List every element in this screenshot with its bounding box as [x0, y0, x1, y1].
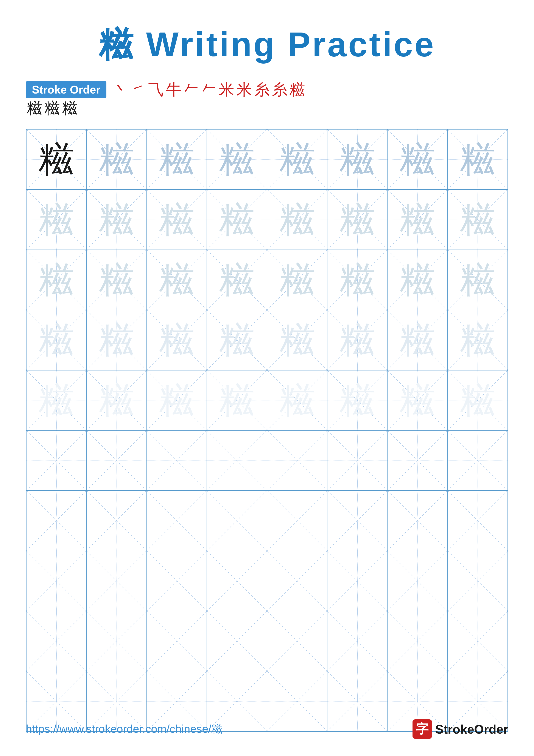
- svg-line-83: [87, 431, 146, 490]
- stroke-chars-row1: 丶 ㇀ ⺄ 牛 𠂉 𠂉 米 米 糸 糸 糍: [113, 82, 305, 97]
- svg-line-107: [327, 491, 387, 551]
- svg-line-99: [87, 491, 146, 551]
- grid-cell[interactable]: [87, 430, 146, 491]
- grid-cell[interactable]: [26, 430, 87, 491]
- grid-cell[interactable]: [327, 611, 387, 671]
- grid-cell[interactable]: [327, 430, 387, 491]
- grid-cell[interactable]: 糍: [387, 310, 447, 370]
- grid-cell[interactable]: 糍: [26, 310, 87, 370]
- svg-line-96: [27, 491, 86, 551]
- grid-cell[interactable]: [447, 430, 508, 491]
- grid-cell[interactable]: 糍: [207, 310, 267, 370]
- grid-cell[interactable]: 糍: [267, 189, 327, 250]
- svg-line-80: [27, 431, 86, 490]
- grid-cell[interactable]: 糍: [26, 189, 87, 250]
- grid-cell[interactable]: [147, 430, 207, 491]
- grid-cell[interactable]: 糍: [447, 189, 508, 250]
- grid-cell[interactable]: [267, 611, 327, 671]
- footer-logo: 字: [413, 719, 432, 739]
- grid-cell[interactable]: 糍: [447, 370, 508, 430]
- grid-cell[interactable]: [267, 430, 327, 491]
- grid-cell[interactable]: 糍: [26, 129, 87, 189]
- svg-line-115: [87, 551, 146, 611]
- grid-cell[interactable]: [207, 611, 267, 671]
- grid-cell[interactable]: [26, 491, 87, 551]
- grid-cell[interactable]: [387, 551, 447, 611]
- grid-cell[interactable]: 糍: [327, 310, 387, 370]
- grid-cell[interactable]: [207, 491, 267, 551]
- practice-char: 糍: [159, 322, 194, 358]
- grid-row-5: 糍 糍 糍 糍 糍 糍 糍: [26, 370, 508, 430]
- grid-cell[interactable]: [387, 611, 447, 671]
- grid-cell[interactable]: 糍: [447, 129, 508, 189]
- grid-cell[interactable]: 糍: [267, 310, 327, 370]
- practice-char: 糍: [340, 322, 375, 358]
- grid-cell[interactable]: 糍: [147, 189, 207, 250]
- grid-cell[interactable]: [327, 551, 387, 611]
- grid-cell[interactable]: 糍: [26, 370, 87, 430]
- grid-cell[interactable]: 糍: [327, 189, 387, 250]
- grid-cell[interactable]: [26, 551, 87, 611]
- practice-char: 糍: [460, 142, 496, 177]
- practice-grid: 糍 糍 糍 糍 糍 糍 糍: [26, 129, 508, 732]
- grid-cell[interactable]: [207, 551, 267, 611]
- grid-cell[interactable]: 糍: [267, 129, 327, 189]
- grid-cell[interactable]: [387, 430, 447, 491]
- grid-cell[interactable]: 糍: [387, 250, 447, 310]
- grid-cell[interactable]: 糍: [87, 370, 146, 430]
- title-rest: Writing Practice: [135, 25, 436, 64]
- grid-cell[interactable]: [447, 491, 508, 551]
- practice-char: 糍: [159, 383, 194, 418]
- svg-line-93: [388, 431, 447, 490]
- svg-line-92: [388, 431, 447, 490]
- grid-cell[interactable]: 糍: [87, 189, 146, 250]
- grid-cell[interactable]: 糍: [387, 370, 447, 430]
- grid-cell[interactable]: 糍: [327, 250, 387, 310]
- grid-cell[interactable]: [147, 491, 207, 551]
- footer-brand-name: StrokeOrder: [435, 722, 508, 736]
- grid-cell[interactable]: 糍: [447, 310, 508, 370]
- grid-cell[interactable]: [147, 611, 207, 671]
- grid-cell[interactable]: 糍: [147, 370, 207, 430]
- grid-cell[interactable]: [87, 551, 146, 611]
- svg-line-82: [87, 431, 146, 490]
- grid-cell[interactable]: 糍: [87, 250, 146, 310]
- grid-cell[interactable]: 糍: [207, 129, 267, 189]
- grid-cell[interactable]: [267, 491, 327, 551]
- grid-cell[interactable]: [26, 611, 87, 671]
- practice-char: 糍: [219, 383, 255, 418]
- grid-cell[interactable]: [207, 430, 267, 491]
- grid-cell[interactable]: 糍: [26, 250, 87, 310]
- svg-line-111: [448, 491, 507, 551]
- grid-cell[interactable]: 糍: [447, 250, 508, 310]
- grid-cell[interactable]: 糍: [147, 310, 207, 370]
- grid-cell[interactable]: [447, 551, 508, 611]
- grid-cell[interactable]: [87, 491, 146, 551]
- grid-cell[interactable]: [327, 491, 387, 551]
- grid-cell[interactable]: 糍: [147, 129, 207, 189]
- grid-cell[interactable]: 糍: [87, 310, 146, 370]
- grid-cell[interactable]: [387, 491, 447, 551]
- grid-cell[interactable]: [447, 611, 508, 671]
- practice-char: 糍: [279, 383, 315, 418]
- grid-cell[interactable]: 糍: [87, 129, 146, 189]
- grid-cell[interactable]: 糍: [387, 189, 447, 250]
- grid-cell[interactable]: 糍: [267, 250, 327, 310]
- grid-cell[interactable]: 糍: [387, 129, 447, 189]
- footer-url[interactable]: https://www.strokeorder.com/chinese/糍: [26, 721, 222, 737]
- grid-cell[interactable]: 糍: [147, 250, 207, 310]
- grid-cell[interactable]: 糍: [207, 370, 267, 430]
- grid-cell[interactable]: [267, 551, 327, 611]
- grid-cell[interactable]: 糍: [327, 370, 387, 430]
- svg-line-81: [27, 431, 86, 490]
- grid-cell[interactable]: 糍: [207, 189, 267, 250]
- grid-row-7: [26, 491, 508, 551]
- grid-cell[interactable]: 糍: [207, 250, 267, 310]
- grid-cell[interactable]: 糍: [267, 370, 327, 430]
- practice-char: 糍: [99, 383, 135, 418]
- svg-line-139: [327, 611, 387, 671]
- grid-cell[interactable]: [147, 551, 207, 611]
- svg-line-136: [267, 611, 327, 671]
- grid-cell[interactable]: 糍: [327, 129, 387, 189]
- grid-cell[interactable]: [87, 611, 146, 671]
